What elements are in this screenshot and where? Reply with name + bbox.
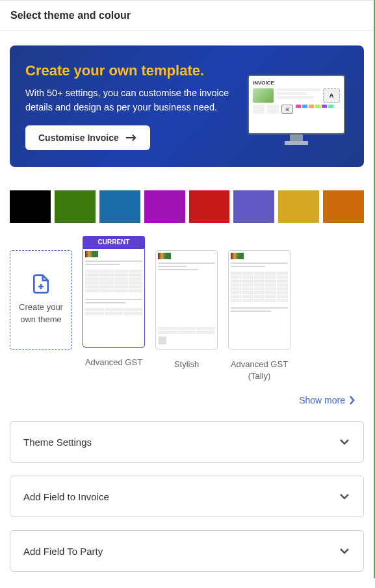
arrow-right-icon xyxy=(125,133,137,142)
button-label: Customise Invoice xyxy=(38,133,119,143)
accordion-title: Theme Settings xyxy=(23,437,92,448)
theme-label: Stylish xyxy=(174,359,199,370)
theme-card-advanced-gst[interactable]: CURRENT Advanced GST xyxy=(83,236,145,382)
chevron-down-icon xyxy=(339,436,350,448)
file-plus-icon xyxy=(31,274,51,294)
color-swatch-orange[interactable] xyxy=(323,190,364,223)
graphic-title: INVOICE xyxy=(253,80,340,86)
section-header: Select theme and colour xyxy=(0,0,374,31)
accordion-add-field-party[interactable]: Add Field To Party xyxy=(10,530,364,572)
theme-card-tally[interactable]: Advanced GST (Tally) xyxy=(228,250,291,382)
theme-label: Advanced GST xyxy=(85,357,142,368)
current-tag: CURRENT xyxy=(83,236,145,248)
theme-label: Advanced GST (Tally) xyxy=(228,359,291,382)
color-swatch-green[interactable] xyxy=(55,190,96,223)
customise-invoice-button[interactable]: Customise Invoice xyxy=(25,125,150,150)
create-theme-label: Create your own theme xyxy=(18,301,64,326)
page-title: Select theme and colour xyxy=(10,10,363,21)
accordion-theme-settings[interactable]: Theme Settings xyxy=(10,421,364,463)
color-swatch-black[interactable] xyxy=(10,190,51,223)
banner-graphic: INVOICE A ⊙ xyxy=(244,62,348,147)
accordion-list: Theme Settings Add Field to Invoice Add … xyxy=(10,421,364,572)
color-palette xyxy=(10,190,364,223)
accordion-title: Add Field to Invoice xyxy=(23,491,109,502)
show-more-link[interactable]: Show more xyxy=(0,395,356,405)
chevron-down-icon xyxy=(339,491,350,502)
theme-card-stylish[interactable]: Stylish xyxy=(155,250,218,382)
color-swatch-blue[interactable] xyxy=(99,190,140,223)
banner-description: With 50+ settings, you can customise the… xyxy=(25,86,237,115)
theme-grid: Create your own theme CURRENT Advanced G… xyxy=(10,236,364,382)
color-swatch-indigo[interactable] xyxy=(233,190,274,223)
create-theme-card[interactable]: Create your own theme xyxy=(10,250,72,382)
chevron-down-icon xyxy=(339,545,350,557)
color-swatch-gold[interactable] xyxy=(278,190,319,223)
show-more-label: Show more xyxy=(299,395,345,405)
accordion-add-field-invoice[interactable]: Add Field to Invoice xyxy=(10,476,364,517)
chevron-right-icon xyxy=(349,396,356,405)
banner-content: Create your own template. With 50+ setti… xyxy=(25,62,237,150)
banner-title: Create your own template. xyxy=(25,62,237,79)
accordion-title: Add Field To Party xyxy=(23,546,103,557)
color-swatch-red[interactable] xyxy=(189,190,230,223)
promo-banner: Create your own template. With 50+ setti… xyxy=(10,45,364,167)
color-swatch-purple[interactable] xyxy=(144,190,185,223)
